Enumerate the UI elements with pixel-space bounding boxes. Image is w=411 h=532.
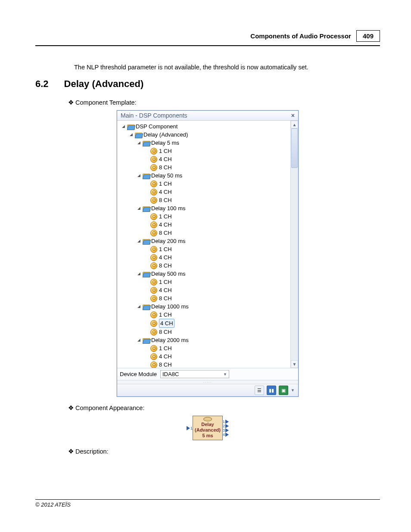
tree-spacer xyxy=(145,149,149,153)
component-tree[interactable]: ◢ DSP Component◢ Delay (Advanced)◢ Delay… xyxy=(117,121,290,368)
tree-spacer xyxy=(145,330,149,334)
tree-item[interactable]: 4 CH xyxy=(120,221,290,229)
component-icon xyxy=(150,345,157,352)
tree-item[interactable]: 8 CH xyxy=(120,196,290,204)
component-appearance-block: 1 Delay (Advanced) 5 ms 1234 xyxy=(177,416,238,440)
tree-item[interactable]: 4 CH xyxy=(120,188,290,196)
collapse-icon[interactable]: ◢ xyxy=(129,133,133,137)
output-port: 1 xyxy=(223,420,229,424)
tree-spacer xyxy=(145,182,149,186)
tree-item[interactable]: ◢ Delay 50 ms xyxy=(120,171,290,180)
output-port-label: 2 xyxy=(223,424,225,428)
tree-item[interactable]: 8 CH xyxy=(120,163,290,171)
collapse-icon[interactable]: ◢ xyxy=(137,206,141,210)
tree-item[interactable]: 1 CH xyxy=(120,212,290,221)
tree-item[interactable]: 1 CH xyxy=(120,344,290,352)
tree-item[interactable]: 4 CH xyxy=(120,352,290,361)
tree-item-label: 1 CH xyxy=(159,344,172,352)
folder-icon xyxy=(143,337,149,343)
device-module-select[interactable]: IDA8C ▼ xyxy=(160,370,229,378)
tree-item-label: 8 CH xyxy=(159,229,172,237)
tree-spacer xyxy=(145,355,149,358)
component-icon xyxy=(150,180,157,187)
collapse-icon[interactable]: ◢ xyxy=(137,305,141,308)
tree-spacer xyxy=(145,363,149,367)
tree-spacer xyxy=(145,247,149,251)
view-thumb-icon[interactable]: ▣ xyxy=(279,386,288,395)
resize-grip[interactable]: ····· xyxy=(117,380,298,384)
tree-item[interactable]: 4 CH xyxy=(120,155,290,163)
collapse-icon[interactable]: ◢ xyxy=(121,124,125,128)
tree-item[interactable]: 1 CH xyxy=(120,180,290,188)
folder-icon xyxy=(143,238,149,244)
output-port-label: 4 xyxy=(223,432,225,437)
tree-item[interactable]: ◢ Delay 1000 ms xyxy=(120,302,290,311)
view-tiles-icon[interactable]: ▮▮ xyxy=(267,386,276,395)
component-icon xyxy=(150,164,157,171)
tree-item-label: 1 CH xyxy=(159,212,172,221)
output-port: 3 xyxy=(223,428,229,432)
tree-item-label: 1 CH xyxy=(159,180,172,188)
component-icon xyxy=(150,262,157,269)
collapse-icon[interactable]: ◢ xyxy=(137,141,141,145)
tree-item[interactable]: ◢ Delay 500 ms xyxy=(120,270,290,278)
component-icon xyxy=(150,197,157,204)
output-port-icon xyxy=(225,432,229,437)
tree-item-label: 8 CH xyxy=(159,328,172,336)
tree-item[interactable]: 8 CH xyxy=(120,361,290,368)
tree-item[interactable]: 8 CH xyxy=(120,328,290,336)
chevron-down-icon[interactable]: ▼ xyxy=(291,388,295,392)
component-icon xyxy=(150,213,157,220)
component-icon xyxy=(150,287,157,294)
tree-spacer xyxy=(145,215,149,218)
scrollbar[interactable]: ▲ ▼ xyxy=(290,121,298,368)
tree-item-label: Delay (Advanced) xyxy=(143,131,188,139)
tree-item-label: 4 CH xyxy=(159,286,172,294)
tree-item[interactable]: 8 CH xyxy=(120,294,290,302)
tree-item[interactable]: ◢ Delay (Advanced) xyxy=(120,131,290,139)
tree-item[interactable]: 8 CH xyxy=(120,229,290,237)
tree-item[interactable]: 4 CH xyxy=(120,253,290,261)
tree-item[interactable]: 1 CH xyxy=(120,245,290,253)
tree-item[interactable]: ◢ Delay 100 ms xyxy=(120,204,290,212)
collapse-icon[interactable]: ◢ xyxy=(137,239,141,243)
header-page-number: 409 xyxy=(356,30,380,42)
tree-item[interactable]: ◢ Delay 5 ms xyxy=(120,139,290,147)
output-port-label: 1 xyxy=(223,420,225,424)
scroll-down-icon[interactable]: ▼ xyxy=(291,360,298,368)
component-icon xyxy=(150,320,157,327)
scroll-thumb[interactable] xyxy=(291,128,298,168)
tree-item-label: 1 CH xyxy=(159,278,172,286)
tree-item[interactable]: 8 CH xyxy=(120,261,290,270)
tree-item-label: 4 CH xyxy=(159,253,172,261)
tree-item-label: 1 CH xyxy=(159,147,172,155)
tree-spacer xyxy=(145,165,149,169)
tree-item[interactable]: 1 CH xyxy=(120,147,290,155)
component-icon xyxy=(150,148,157,155)
tree-item[interactable]: 1 CH xyxy=(120,278,290,286)
tree-item[interactable]: ◢ Delay 2000 ms xyxy=(120,336,290,344)
component-icon xyxy=(150,279,157,286)
section-number: 6.2 xyxy=(35,78,49,90)
tree-item[interactable]: ◢ DSP Component xyxy=(120,122,290,131)
close-icon[interactable]: × xyxy=(291,112,295,119)
output-port-label: 3 xyxy=(223,428,225,432)
folder-icon xyxy=(135,132,142,137)
tree-item-label: Delay 500 ms xyxy=(151,270,185,278)
tree-item[interactable]: ◢ Delay 200 ms xyxy=(120,237,290,245)
component-icon xyxy=(150,361,157,368)
component-handle-icon xyxy=(203,417,212,421)
collapse-icon[interactable]: ◢ xyxy=(137,338,141,342)
scroll-up-icon[interactable]: ▲ xyxy=(291,121,298,128)
tree-item-label: 4 CH xyxy=(159,319,174,328)
view-list-icon[interactable]: ☰ xyxy=(255,386,264,395)
tree-item[interactable]: 4 CH xyxy=(120,319,290,328)
tree-item[interactable]: 4 CH xyxy=(120,286,290,294)
collapse-icon[interactable]: ◢ xyxy=(137,174,141,177)
section-title: Delay (Advanced) xyxy=(64,78,144,90)
tree-item[interactable]: 1 CH xyxy=(120,311,290,319)
tree-spacer xyxy=(145,296,149,300)
footer-copyright: © 2012 ATEÏS xyxy=(35,501,380,508)
component-icon xyxy=(150,353,157,360)
collapse-icon[interactable]: ◢ xyxy=(137,272,141,276)
